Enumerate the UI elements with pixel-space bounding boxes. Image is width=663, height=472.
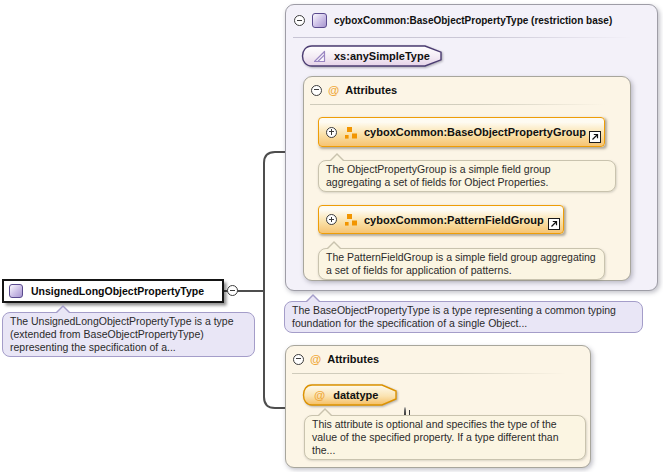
schema-diagram: UnsignedLongObjectPropertyType The Unsig…	[0, 0, 663, 472]
tooltip-datatype: This attribute is optional and specifies…	[304, 415, 586, 460]
tooltip-text: The PatternFieldGroup is a simple field …	[326, 251, 596, 276]
collapse-button-left-type[interactable]	[227, 285, 238, 296]
simple-type-label: xs:anySimpleType	[334, 50, 430, 62]
simple-type-badge[interactable]: xs:anySimpleType	[301, 45, 444, 67]
tooltip-text: The UnsignedLongObjectPropertyType is a …	[10, 315, 234, 353]
goto-definition-icon[interactable]	[589, 131, 601, 143]
tooltip-notch	[317, 408, 333, 416]
base-type-header: cyboxCommon:BaseObjectPropertyType (rest…	[286, 5, 657, 28]
attribute-at-icon: @	[328, 85, 339, 96]
attribute-group-name: cyboxCommon:BaseObjectPropertyGroup	[364, 126, 586, 138]
tooltip-left-type: The UnsignedLongObjectPropertyType is a …	[2, 312, 255, 357]
goto-definition-icon[interactable]	[548, 218, 560, 230]
tooltip-baseobjectpropertygroup: The ObjectPropertyGroup is a simple fiel…	[318, 160, 616, 192]
attribute-group-baseobjectpropertygroup[interactable]: cyboxCommon:BaseObjectPropertyGroup	[318, 117, 605, 147]
attributes-label: Attributes	[345, 84, 397, 96]
tooltip-patternfieldgroup: The PatternFieldGroup is a simple field …	[318, 248, 605, 280]
expand-button[interactable]	[326, 214, 337, 225]
base-attributes-box: @ Attributes cyboxCommon:BaseObjectPrope…	[303, 76, 631, 281]
attribute-group-icon	[344, 213, 357, 226]
type-title: UnsignedLongObjectPropertyType	[31, 285, 204, 297]
separator	[293, 37, 643, 38]
attributes-header: @ Attributes	[286, 346, 590, 365]
attributes-label: Attributes	[327, 353, 379, 365]
tooltip-text: The BaseObjectPropertyType is a type rep…	[292, 304, 616, 329]
attribute-group-name: cyboxCommon:PatternFieldGroup	[364, 214, 544, 226]
collapse-button-base-type[interactable]	[294, 15, 305, 26]
base-type-box: cyboxCommon:BaseObjectPropertyType (rest…	[285, 4, 658, 291]
tooltip-notch	[329, 153, 345, 161]
expand-button[interactable]	[326, 127, 337, 138]
collapse-button-attributes[interactable]	[311, 85, 322, 96]
simple-type-icon	[313, 50, 326, 63]
complex-type-icon	[312, 13, 327, 28]
separator	[292, 373, 575, 374]
tooltip-text: This attribute is optional and specifies…	[312, 418, 559, 456]
tooltip-notch	[326, 241, 342, 249]
tooltip-notch	[305, 294, 321, 302]
attribute-at-icon: @	[310, 354, 321, 365]
attribute-group-icon	[344, 126, 357, 139]
separator	[310, 104, 615, 105]
attribute-group-patternfieldgroup[interactable]: cyboxCommon:PatternFieldGroup	[318, 205, 564, 234]
attribute-at-icon: @	[314, 390, 325, 401]
tooltip-base-type: The BaseObjectPropertyType is a type rep…	[284, 301, 643, 333]
collapse-button-attributes[interactable]	[293, 354, 304, 365]
tooltip-text: The ObjectPropertyGroup is a simple fiel…	[326, 163, 551, 188]
attribute-name: datatype	[333, 389, 378, 401]
complex-type-icon	[9, 284, 23, 298]
attribute-datatype-badge[interactable]: @ datatype	[302, 384, 398, 406]
type-box-unsignedlong[interactable]: UnsignedLongObjectPropertyType	[2, 279, 224, 303]
tooltip-notch	[55, 305, 71, 313]
base-type-title: cyboxCommon:BaseObjectPropertyType (rest…	[334, 15, 612, 26]
attributes-header: @ Attributes	[304, 77, 630, 96]
local-attributes-box: @ Attributes @ datatype This attribute i…	[285, 345, 591, 468]
